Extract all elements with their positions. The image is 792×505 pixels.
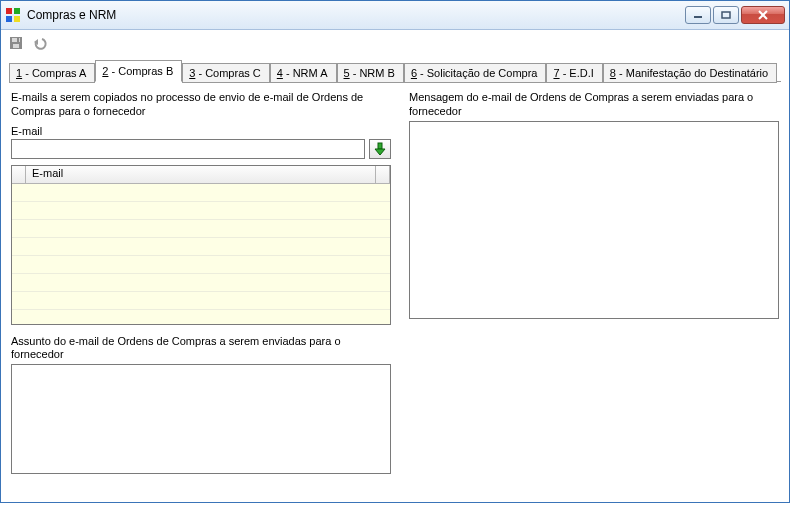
cc-emails-section-label: E-mails a serem copiados no processo de …: [11, 91, 391, 119]
add-email-button[interactable]: [369, 139, 391, 159]
email-grid-body[interactable]: [12, 184, 390, 324]
tab-edi[interactable]: 7 - E.D.I: [546, 63, 602, 83]
window-frame: Compras e NRM: [0, 0, 790, 503]
svg-marker-14: [375, 149, 385, 155]
undo-icon[interactable]: [31, 34, 49, 52]
tab-manifestacao-destinatario[interactable]: 8 - Manifestação do Destinatário: [603, 63, 777, 83]
grid-row-indicator-header: [12, 166, 26, 183]
tab-compras-a[interactable]: 1 - Compras A: [9, 63, 95, 83]
email-input[interactable]: [11, 139, 365, 159]
svg-rect-10: [13, 44, 19, 48]
close-button[interactable]: [741, 6, 785, 24]
arrow-down-icon: [373, 142, 387, 156]
subject-section: Assunto do e-mail de Ordens de Compras a…: [11, 335, 391, 477]
window-controls: [685, 6, 785, 24]
svg-rect-4: [694, 16, 702, 18]
minimize-button[interactable]: [685, 6, 711, 24]
tab-content: E-mails a serem copiados no processo de …: [1, 83, 789, 502]
subject-textarea[interactable]: [11, 364, 391, 474]
svg-rect-5: [722, 12, 730, 18]
message-textarea[interactable]: [409, 121, 779, 319]
svg-rect-13: [378, 143, 382, 149]
left-column: E-mails a serem copiados no processo de …: [11, 91, 391, 492]
window-title: Compras e NRM: [27, 8, 685, 22]
app-icon: [5, 7, 21, 23]
tabstrip: 1 - Compras A 2 - Compras B 3 - Compras …: [1, 54, 789, 83]
tab-compras-b[interactable]: 2 - Compras B: [95, 60, 182, 82]
right-column: Mensagem do e-mail de Ordens de Compras …: [409, 91, 779, 492]
toolbar: [1, 30, 789, 54]
email-grid-header: E-mail: [12, 166, 390, 184]
svg-rect-11: [17, 38, 19, 42]
titlebar[interactable]: Compras e NRM: [1, 1, 789, 30]
svg-rect-0: [6, 8, 12, 14]
message-section: Mensagem do e-mail de Ordens de Compras …: [409, 91, 779, 319]
tab-nrm-b[interactable]: 5 - NRM B: [337, 63, 404, 83]
save-icon[interactable]: [7, 34, 25, 52]
tab-solicitacao-compra[interactable]: 6 - Solicitação de Compra: [404, 63, 547, 83]
svg-rect-2: [6, 16, 12, 22]
email-grid[interactable]: E-mail: [11, 165, 391, 325]
email-field-label: E-mail: [11, 125, 391, 137]
svg-rect-1: [14, 8, 20, 14]
svg-rect-3: [14, 16, 20, 22]
tab-nrm-a[interactable]: 4 - NRM A: [270, 63, 337, 83]
subject-label: Assunto do e-mail de Ordens de Compras a…: [11, 335, 391, 363]
grid-col-email[interactable]: E-mail: [26, 166, 376, 183]
grid-col-spacer: [376, 166, 390, 183]
tab-compras-c[interactable]: 3 - Compras C: [182, 63, 270, 83]
email-input-row: [11, 139, 391, 159]
maximize-button[interactable]: [713, 6, 739, 24]
message-label: Mensagem do e-mail de Ordens de Compras …: [409, 91, 779, 119]
